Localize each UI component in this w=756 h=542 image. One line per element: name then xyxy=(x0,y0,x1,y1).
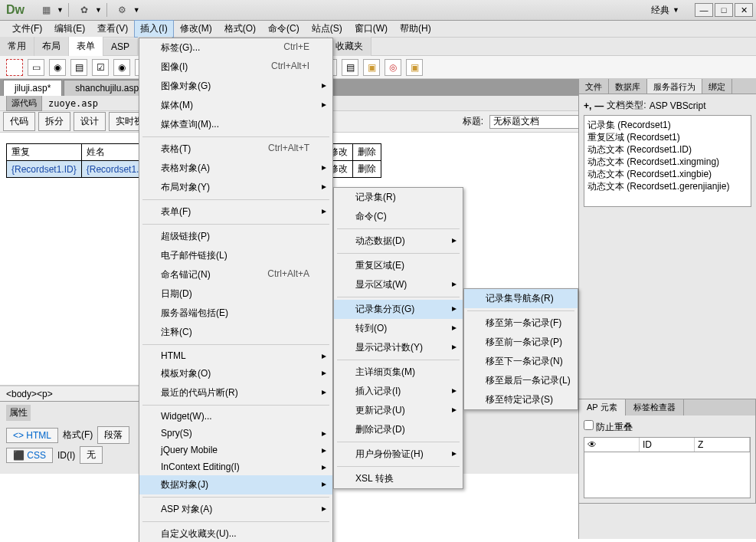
menu-item[interactable]: 窗口(W) xyxy=(349,20,394,38)
panel-tab-files[interactable]: 文件 xyxy=(579,79,609,94)
layout-icon[interactable]: ▦ xyxy=(38,2,54,18)
list-item[interactable]: 重复区域 (Recordset1) xyxy=(587,131,748,143)
panel-tab-bindings[interactable]: 绑定 xyxy=(702,79,732,94)
menu-item[interactable]: 用户身份验证(H)▸ xyxy=(334,445,463,464)
menu-item[interactable]: 模板对象(O)▸ xyxy=(139,364,332,383)
menu-item[interactable]: 自定义收藏夹(U)... xyxy=(139,524,332,542)
add-button[interactable]: +, xyxy=(584,100,591,111)
menu-item[interactable]: 移至下一条记录(N) xyxy=(464,352,578,371)
split-view-button[interactable]: 拆分 xyxy=(38,112,70,131)
tag-selector[interactable]: <body><p> xyxy=(6,389,53,399)
insert-category-tab[interactable]: 表单 xyxy=(69,37,103,56)
minimize-button[interactable]: — xyxy=(695,3,713,17)
menu-item[interactable]: 布局对象(Y)▸ xyxy=(139,178,332,197)
menu-item[interactable]: 命令(C) xyxy=(262,20,306,38)
menu-item[interactable]: Spry(S)▸ xyxy=(139,425,332,442)
menu-item[interactable]: 标签(G)...Ctrl+E xyxy=(139,38,332,57)
dropdown-arrow-icon[interactable]: ▼ xyxy=(57,6,64,14)
cell[interactable]: 删除 xyxy=(352,144,381,161)
menu-item[interactable]: 最近的代码片断(R)▸ xyxy=(139,383,332,402)
list-item[interactable]: 动态文本 (Recordset1.ID) xyxy=(587,143,748,156)
menu-item[interactable]: 动态数据(D)▸ xyxy=(334,232,463,251)
server-behaviors-list[interactable]: 记录集 (Recordset1)重复区域 (Recordset1)动态文本 (R… xyxy=(584,115,751,207)
menu-item[interactable]: 命名锚记(N)Ctrl+Alt+A xyxy=(139,265,332,284)
menu-item[interactable]: 媒体查询(M)... xyxy=(139,115,332,134)
menu-item[interactable]: HTML▸ xyxy=(139,347,332,364)
spry-select-icon[interactable]: ▣ xyxy=(363,59,380,76)
doc-tab[interactable]: shanchujilu.asp xyxy=(64,80,150,96)
menu-item[interactable]: ASP 对象(A)▸ xyxy=(139,500,332,519)
menu-item[interactable]: InContext Editing(I)▸ xyxy=(139,458,332,475)
spry-radio-icon[interactable]: ▣ xyxy=(406,59,423,76)
hidden-field-icon[interactable]: ◉ xyxy=(49,59,66,76)
format-select[interactable]: 段落 xyxy=(97,426,129,444)
menu-item[interactable]: 显示区域(W)▸ xyxy=(334,275,463,294)
menu-item[interactable]: 图像对象(G)▸ xyxy=(139,77,332,96)
prevent-overlap-checkbox[interactable]: 防止重叠 xyxy=(584,422,633,432)
menu-item[interactable]: 表格(T)Ctrl+Alt+T xyxy=(139,140,332,159)
menu-item[interactable]: 移至最后一条记录(L) xyxy=(464,371,578,390)
menu-item[interactable]: 帮助(H) xyxy=(394,20,437,38)
menu-item[interactable]: 电子邮件链接(L) xyxy=(139,246,332,265)
menu-item[interactable]: 主详细页集(M) xyxy=(334,363,463,382)
eye-icon[interactable]: 👁 xyxy=(584,438,640,452)
menu-item[interactable]: 删除记录(D) xyxy=(334,420,463,439)
list-item[interactable]: 动态文本 (Recordset1.gerenjianjie) xyxy=(587,180,748,192)
menu-item[interactable]: 转到(O)▸ xyxy=(334,319,463,338)
ap-elements-tab[interactable]: AP 元素 xyxy=(579,399,626,416)
menu-item[interactable]: 格式(O) xyxy=(218,20,262,38)
site-icon[interactable]: ⚙ xyxy=(115,2,130,18)
menu-item[interactable]: 插入(I) xyxy=(134,20,173,38)
cell[interactable]: 重复 xyxy=(7,144,82,161)
list-item[interactable]: 动态文本 (Recordset1.xingbie) xyxy=(587,168,748,180)
menu-item[interactable]: 命令(C) xyxy=(334,207,463,226)
insert-category-tab[interactable]: 常用 xyxy=(0,37,34,56)
panel-tab-server-behaviors[interactable]: 服务器行为 xyxy=(647,79,702,94)
menu-item[interactable]: 注释(C) xyxy=(139,323,332,342)
menu-item[interactable]: 记录集分页(G)▸ xyxy=(334,300,463,319)
cell[interactable]: 删除 xyxy=(352,161,381,178)
source-code-tab[interactable]: 源代码 xyxy=(6,95,42,111)
insert-category-tab[interactable]: ASP xyxy=(103,38,138,55)
extend-icon[interactable]: ✿ xyxy=(77,2,92,18)
design-view-button[interactable]: 设计 xyxy=(74,112,106,131)
dropdown-arrow-icon[interactable]: ▼ xyxy=(133,6,140,14)
spry-text-icon[interactable]: ▤ xyxy=(342,59,358,76)
menu-item[interactable]: 重复区域(E) xyxy=(334,256,463,275)
checkbox-icon[interactable]: ☑ xyxy=(92,59,109,76)
textarea-icon[interactable]: ▤ xyxy=(70,59,87,76)
menu-item[interactable]: 记录集导航条(R) xyxy=(464,289,578,308)
tag-inspector-tab[interactable]: 标签检查器 xyxy=(626,399,684,416)
menu-item[interactable]: 记录集(R) xyxy=(334,188,463,207)
menu-item[interactable]: 插入记录(I)▸ xyxy=(334,382,463,401)
menu-item[interactable]: 表单(F)▸ xyxy=(139,202,332,222)
remove-button[interactable]: — xyxy=(594,100,604,111)
menu-item[interactable]: XSL 转换 xyxy=(334,469,463,488)
css-tab[interactable]: ⬛ CSS xyxy=(6,448,53,463)
text-field-icon[interactable]: ▭ xyxy=(28,59,44,76)
close-button[interactable]: ✕ xyxy=(735,3,753,17)
html-tab[interactable]: <> HTML xyxy=(6,428,58,443)
insert-category-tab[interactable]: 布局 xyxy=(34,37,69,56)
menu-item[interactable]: 表格对象(A)▸ xyxy=(139,159,332,178)
menu-item[interactable]: 超级链接(P) xyxy=(139,227,332,246)
menu-item[interactable]: 文件(F) xyxy=(6,20,48,38)
form-icon[interactable] xyxy=(6,59,23,76)
menu-item[interactable]: 数据对象(J)▸ xyxy=(139,475,332,494)
maximize-button[interactable]: □ xyxy=(715,3,733,17)
radio-icon[interactable]: ◉ xyxy=(113,59,130,76)
list-item[interactable]: 记录集 (Recordset1) xyxy=(587,119,748,131)
dropdown-arrow-icon[interactable]: ▼ xyxy=(95,6,102,14)
code-view-button[interactable]: 代码 xyxy=(3,112,35,131)
ap-list[interactable] xyxy=(584,452,751,498)
menu-item[interactable]: 查看(V) xyxy=(91,20,134,38)
menu-item[interactable]: 修改(M) xyxy=(174,20,218,38)
menu-item[interactable]: 日期(D) xyxy=(139,284,332,304)
menu-item[interactable]: jQuery Mobile▸ xyxy=(139,442,332,458)
menu-item[interactable]: Widget(W)... xyxy=(139,408,332,425)
menu-item[interactable]: 移至前一条记录(P) xyxy=(464,333,578,352)
workspace-switcher[interactable]: 经典 ▼ xyxy=(651,4,679,17)
panel-tab-database[interactable]: 数据库 xyxy=(609,79,647,94)
list-item[interactable]: 动态文本 (Recordset1.xingming) xyxy=(587,156,748,168)
id-select[interactable]: 无 xyxy=(80,446,103,464)
